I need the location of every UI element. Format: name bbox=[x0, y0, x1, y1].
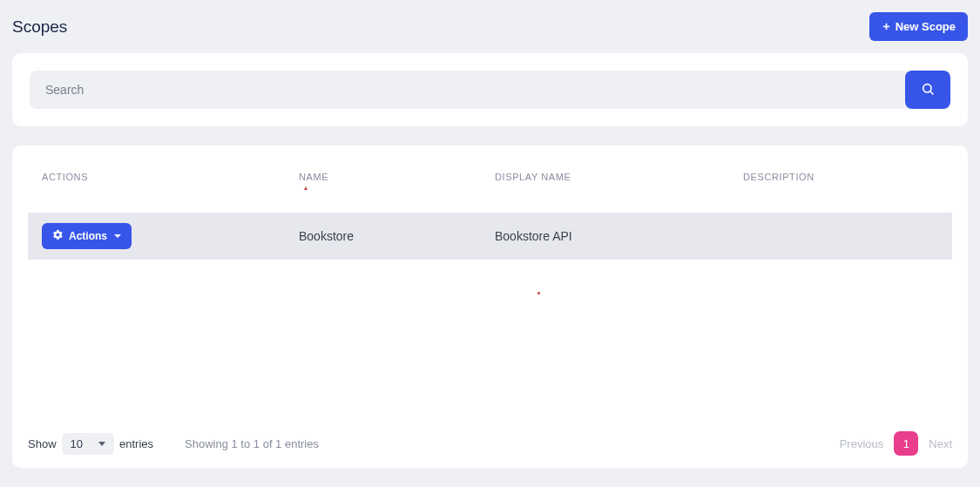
showing-info: Showing 1 to 1 of 1 entries bbox=[185, 437, 319, 450]
table-header: ACTIONS NAME ▴ DISPLAY NAME DESCRIPTION bbox=[28, 161, 952, 213]
plus-icon bbox=[882, 21, 891, 33]
search-button[interactable] bbox=[905, 71, 950, 109]
cursor-indicator bbox=[537, 292, 540, 294]
sort-indicator-icon: ▴ bbox=[304, 184, 495, 192]
next-button[interactable]: Next bbox=[929, 437, 952, 450]
page-size-control: Show 10 entries bbox=[28, 433, 153, 455]
previous-button[interactable]: Previous bbox=[840, 437, 884, 450]
column-header-description[interactable]: DESCRIPTION bbox=[743, 172, 938, 192]
page-size-value: 10 bbox=[71, 437, 83, 450]
chevron-down-icon bbox=[114, 234, 121, 238]
page-number-current[interactable]: 1 bbox=[894, 431, 918, 456]
page-size-select[interactable]: 10 bbox=[62, 433, 114, 455]
column-header-actions[interactable]: ACTIONS bbox=[42, 172, 299, 192]
table-row[interactable]: Actions Bookstore Bookstore API bbox=[28, 213, 952, 260]
search-input[interactable] bbox=[30, 71, 909, 109]
page-title: Scopes bbox=[12, 17, 67, 37]
pagination: Previous 1 Next bbox=[840, 431, 952, 456]
chevron-down-icon bbox=[98, 442, 105, 446]
svg-line-3 bbox=[930, 91, 933, 94]
new-scope-button[interactable]: New Scope bbox=[869, 12, 968, 41]
table-card: ACTIONS NAME ▴ DISPLAY NAME DESCRIPTION … bbox=[12, 145, 968, 468]
show-label: Show bbox=[28, 437, 57, 450]
column-header-name[interactable]: NAME ▴ bbox=[299, 172, 495, 192]
cell-display-name: Bookstore API bbox=[495, 229, 743, 243]
gear-icon bbox=[52, 229, 64, 243]
cell-name: Bookstore bbox=[299, 229, 495, 243]
column-header-display-name[interactable]: DISPLAY NAME bbox=[495, 172, 743, 192]
entries-label: entries bbox=[119, 437, 153, 450]
actions-label: Actions bbox=[69, 230, 107, 242]
row-actions-button[interactable]: Actions bbox=[42, 223, 132, 249]
table-footer: Show 10 entries Showing 1 to 1 of 1 entr… bbox=[28, 423, 952, 456]
search-icon bbox=[921, 82, 935, 98]
new-scope-label: New Scope bbox=[896, 20, 956, 33]
search-card bbox=[12, 53, 968, 126]
